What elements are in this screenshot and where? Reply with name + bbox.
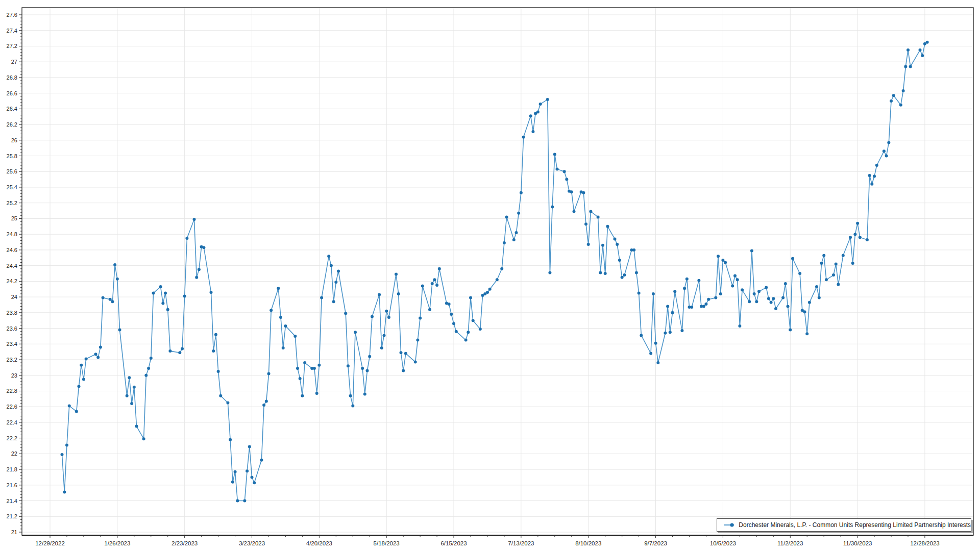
data-point-marker <box>113 263 116 266</box>
data-point-marker <box>707 298 710 301</box>
data-point-marker <box>906 48 910 52</box>
data-point-marker <box>402 369 405 372</box>
data-point-marker <box>921 54 924 57</box>
data-point-marker <box>193 218 196 221</box>
data-point-marker <box>683 287 686 290</box>
data-point-marker <box>61 453 64 456</box>
data-point-marker <box>361 367 364 370</box>
y-tick-label: 22.2 <box>7 435 17 441</box>
y-tick-label: 27.4 <box>7 28 17 34</box>
data-point-marker <box>133 386 136 389</box>
data-point-marker <box>774 307 777 310</box>
data-point-marker <box>337 269 340 272</box>
data-point-marker <box>755 300 758 303</box>
data-point-marker <box>859 236 862 239</box>
plot-border <box>22 8 973 535</box>
data-point-marker <box>873 175 876 178</box>
data-point-marker <box>229 438 232 441</box>
data-point-marker <box>378 293 381 296</box>
data-point-marker <box>784 282 787 285</box>
data-point-marker <box>479 328 482 331</box>
data-point-marker <box>85 358 88 361</box>
data-point-marker <box>301 394 304 397</box>
data-point-marker <box>210 291 213 294</box>
data-point-marker <box>724 261 727 264</box>
data-point-marker <box>808 301 811 304</box>
data-point-marker <box>152 291 155 294</box>
data-point-marker <box>344 312 347 315</box>
data-point-marker <box>166 308 169 311</box>
data-point-marker <box>582 191 585 194</box>
data-point-marker <box>282 346 285 349</box>
data-point-marker <box>638 291 641 294</box>
axes <box>22 8 973 535</box>
y-tick-label: 22 <box>11 450 17 457</box>
x-tick-label: 8/10/2023 <box>575 540 601 546</box>
data-point-marker <box>195 276 198 279</box>
data-point-marker <box>835 263 838 266</box>
data-point-marker <box>78 385 81 388</box>
data-series <box>61 41 929 503</box>
data-point-marker <box>147 367 150 370</box>
data-point-marker <box>130 402 133 405</box>
data-point-marker <box>781 296 785 299</box>
data-point-marker <box>116 278 119 281</box>
data-point-marker <box>719 292 722 295</box>
x-tick-label: 2/23/2023 <box>172 540 198 546</box>
data-point-marker <box>702 305 705 308</box>
legend-line-marker-icon <box>723 522 734 528</box>
data-point-marker <box>168 349 172 353</box>
data-point-marker <box>111 300 114 303</box>
price-chart[interactable]: 2121.221.421.621.82222.222.422.622.82323… <box>0 0 980 551</box>
data-point-marker <box>118 329 121 332</box>
data-point-marker <box>736 278 739 281</box>
data-point-marker <box>815 285 818 288</box>
data-point-marker <box>601 244 604 247</box>
data-point-marker <box>332 300 335 303</box>
data-point-marker <box>159 285 162 288</box>
data-point-marker <box>102 296 105 299</box>
data-point-marker <box>315 392 318 395</box>
legend: Dorchester Minerals, L.P. - Common Units… <box>717 518 971 532</box>
data-point-marker <box>589 210 592 213</box>
data-point-marker <box>296 367 299 370</box>
data-point-marker <box>570 190 573 193</box>
data-point-marker <box>164 291 167 294</box>
y-tick-label: 23.6 <box>7 325 17 332</box>
data-point-marker <box>438 267 441 270</box>
y-tick-label: 22.4 <box>7 419 17 425</box>
axis-labels: 2121.221.421.621.82222.222.422.622.82323… <box>7 12 940 546</box>
data-point-marker <box>435 284 438 287</box>
data-point-marker <box>65 444 68 447</box>
y-tick-label: 24.4 <box>7 263 17 269</box>
data-point-marker <box>803 310 806 313</box>
y-tick-label: 24.6 <box>7 247 17 253</box>
data-point-marker <box>181 347 184 350</box>
data-point-marker <box>469 296 472 299</box>
data-point-marker <box>277 287 280 290</box>
data-point-marker <box>818 296 821 299</box>
y-tick-label: 26.8 <box>7 74 17 81</box>
data-point-marker <box>597 215 600 218</box>
data-point-marker <box>467 331 470 334</box>
data-point-marker <box>654 342 657 345</box>
data-point-marker <box>717 255 720 258</box>
data-point-marker <box>217 370 220 373</box>
data-point-marker <box>517 212 520 215</box>
data-point-marker <box>253 481 256 484</box>
data-point-marker <box>767 297 770 300</box>
data-point-marker <box>820 262 823 265</box>
data-point-marker <box>748 300 751 303</box>
data-point-marker <box>178 351 181 354</box>
data-point-marker <box>721 259 724 262</box>
data-point-marker <box>183 295 186 298</box>
y-tick-label: 21.2 <box>7 513 17 519</box>
data-point-marker <box>109 298 112 301</box>
data-point-marker <box>82 378 85 381</box>
data-point-marker <box>548 271 551 274</box>
data-point-marker <box>128 376 131 379</box>
data-point-marker <box>248 445 251 448</box>
data-point-marker <box>135 425 138 428</box>
data-point-marker <box>330 264 333 267</box>
data-point-marker <box>697 279 700 282</box>
